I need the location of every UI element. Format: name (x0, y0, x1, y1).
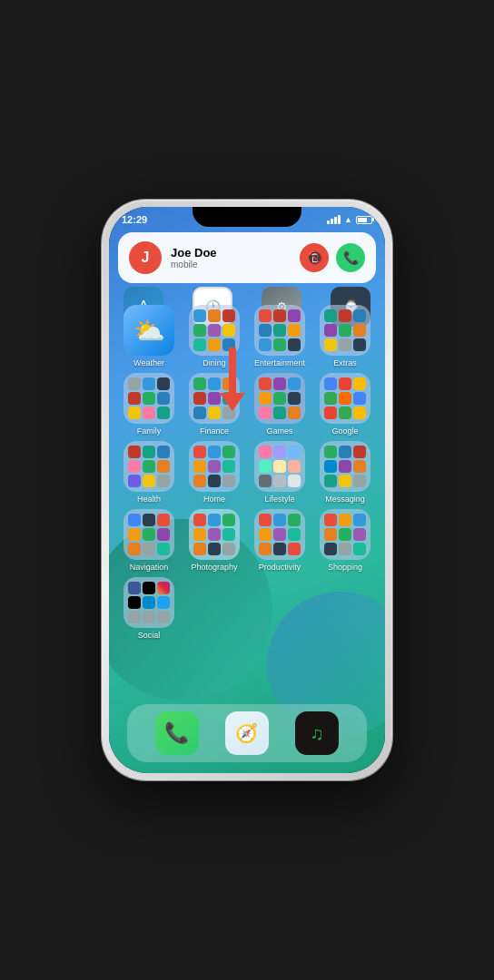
games-label: Games (266, 426, 292, 436)
call-notification[interactable]: J Joe Doe mobile 📵 📞 (118, 232, 376, 283)
extras-label: Extras (333, 358, 357, 368)
entertainment-label: Entertainment (254, 358, 305, 368)
productivity-label: Productivity (259, 563, 301, 572)
social-label: Social (138, 631, 161, 640)
dock-safari-button[interactable]: 🧭 (225, 711, 269, 755)
finance-folder[interactable]: Finance (183, 373, 245, 436)
home-label: Home (203, 495, 225, 504)
finance-label: Finance (200, 426, 229, 436)
health-label: Health (137, 495, 161, 504)
empty-1 (183, 577, 245, 640)
google-label: Google (331, 426, 358, 436)
productivity-icon (254, 509, 305, 560)
productivity-folder[interactable]: Productivity (249, 509, 311, 572)
home-screen: 12:29 ▲ J (109, 207, 385, 773)
app-grid: ⛅ Weather (118, 305, 376, 645)
signal-icon (327, 215, 341, 224)
lifestyle-folder[interactable]: Lifestyle (249, 441, 311, 504)
photography-label: Photography (191, 563, 237, 572)
google-folder[interactable]: Google (314, 373, 376, 436)
status-time: 12:29 (122, 214, 147, 225)
grid-row-4: Navigation (118, 509, 376, 572)
social-icon (124, 577, 174, 628)
empty-3 (314, 577, 376, 640)
dock-spotify-button[interactable]: ♫ (295, 711, 339, 755)
messaging-folder[interactable]: Messaging (314, 441, 376, 504)
navigation-icon (124, 509, 174, 560)
family-label: Family (137, 426, 162, 436)
health-folder[interactable]: Health (118, 441, 180, 504)
call-actions: 📵 📞 (300, 243, 365, 272)
decline-call-button[interactable]: 📵 (300, 243, 329, 272)
grid-row-2: Family (118, 373, 376, 436)
games-folder[interactable]: Games (249, 373, 311, 436)
entertainment-icon (254, 305, 305, 356)
dining-label: Dining (203, 358, 226, 368)
battery-icon (356, 216, 372, 224)
dock: 📞 🧭 ♫ (127, 704, 367, 762)
photography-folder[interactable]: Photography (183, 509, 245, 572)
messaging-icon (320, 441, 370, 492)
wifi-icon: ▲ (344, 215, 352, 224)
grid-row-1: ⛅ Weather (118, 305, 376, 368)
games-icon (254, 373, 305, 424)
family-folder[interactable]: Family (118, 373, 180, 436)
shopping-label: Shopping (328, 563, 362, 572)
weather-label: Weather (133, 358, 164, 368)
caller-avatar: J (129, 241, 162, 274)
social-folder[interactable]: Social (118, 577, 180, 640)
shopping-folder[interactable]: Shopping (314, 509, 376, 572)
empty-2 (249, 577, 311, 640)
navigation-label: Navigation (130, 563, 169, 572)
phone-frame: 12:29 ▲ J (102, 200, 392, 780)
status-icons: ▲ (327, 215, 372, 224)
extras-icon (320, 305, 370, 356)
accept-call-button[interactable]: 📞 (336, 243, 365, 272)
extras-folder[interactable]: Extras (314, 305, 376, 368)
weather-app[interactable]: ⛅ Weather (118, 305, 180, 368)
family-icon (124, 373, 174, 424)
finance-icon (189, 373, 240, 424)
entertainment-folder[interactable]: Entertainment (249, 305, 311, 368)
grid-row-5: Social (118, 577, 376, 640)
caller-type: mobile (171, 260, 300, 270)
lifestyle-icon (254, 441, 305, 492)
phone-screen: 12:29 ▲ J (109, 207, 385, 773)
messaging-label: Messaging (325, 495, 365, 504)
dock-phone-button[interactable]: 📞 (155, 711, 199, 755)
dining-icon (189, 305, 240, 356)
google-icon (320, 373, 370, 424)
dining-folder[interactable]: Dining (183, 305, 245, 368)
lifestyle-label: Lifestyle (264, 495, 294, 504)
caller-name: Joe Doe (171, 246, 300, 260)
health-icon (124, 441, 174, 492)
notch (193, 207, 301, 227)
grid-row-3: Health (118, 441, 376, 504)
shopping-icon (320, 509, 370, 560)
navigation-folder[interactable]: Navigation (118, 509, 180, 572)
photography-icon (189, 509, 240, 560)
home-folder[interactable]: Home (183, 441, 245, 504)
home-icon (189, 441, 240, 492)
weather-icon: ⛅ (124, 305, 174, 356)
caller-info: Joe Doe mobile (171, 246, 300, 270)
